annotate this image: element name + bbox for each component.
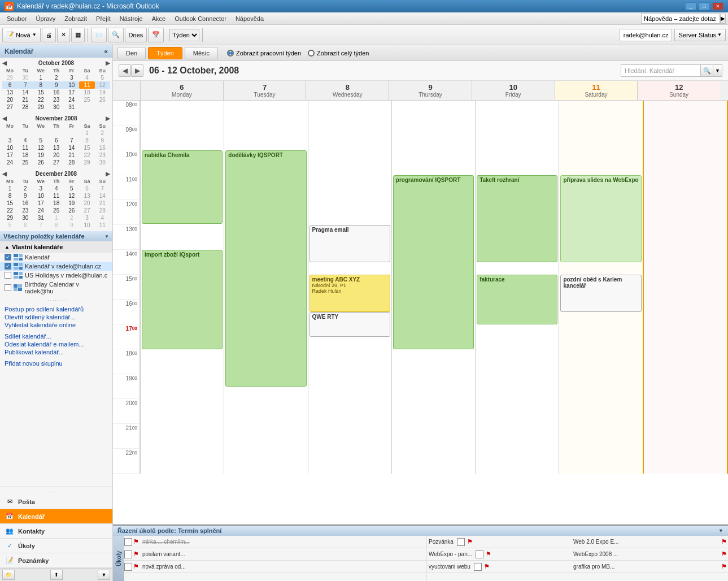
own-calendars-header[interactable]: ▲ Vlastní kalendáře [0, 241, 112, 253]
minimize-button[interactable]: _ [685, 2, 696, 10]
search-button[interactable]: 🔍 [108, 28, 124, 42]
sidebar-nav-kalendar[interactable]: 📅 Kalendář [0, 509, 112, 524]
task-row-1[interactable]: ⚑ mirka ... chemilm... [124, 536, 426, 548]
day-col-friday[interactable]: TakeIt rozhraní fakturace [475, 101, 559, 474]
cal-day[interactable]: 6 [2, 81, 18, 89]
cal-day[interactable]: 22 [2, 207, 18, 214]
calendar-search-dropdown[interactable]: ▼ [713, 65, 722, 76]
cal-day[interactable]: 23 [95, 151, 110, 159]
cal-day[interactable]: 28 [95, 207, 110, 214]
menu-prejit[interactable]: Přejít [91, 14, 115, 23]
day-col-sunday[interactable] [643, 101, 728, 474]
cal-day[interactable]: 8 [2, 192, 18, 200]
day-header-6[interactable]: 6 Monday [140, 81, 223, 100]
sidebar-folder-button[interactable]: 📁 [2, 570, 15, 580]
cal-day[interactable]: 25 [49, 207, 64, 214]
radio-full-week[interactable]: Zobrazit celý týden [308, 50, 369, 57]
day-col-wednesday[interactable]: Pragma email meeting ABC XYZ Národní 28,… [308, 101, 391, 474]
day-header-7[interactable]: 7 Tuesday [223, 81, 306, 100]
link-open-shared[interactable]: Otevřít sdílený kalendář... [5, 313, 108, 321]
day-col-thursday[interactable]: programování IQSPORT [391, 101, 475, 474]
calendar-item-3[interactable]: US Holidays v radek@hulan.c [0, 271, 112, 280]
cal-day[interactable]: 28 [18, 103, 33, 111]
cal-day[interactable]: 2 [18, 185, 33, 192]
cal-day[interactable]: 7 [95, 185, 110, 192]
cal-day[interactable]: 9 [64, 222, 79, 229]
cal-day[interactable]: 10 [33, 192, 49, 200]
cal-day[interactable]: 11 [95, 222, 110, 229]
cal-day[interactable]: 10 [64, 81, 79, 89]
menu-soubor[interactable]: Soubor [2, 14, 31, 23]
cal-day[interactable]: 31 [33, 214, 49, 222]
event-fakturace[interactable]: fakturace [477, 275, 557, 324]
cal-day[interactable]: 1 [79, 129, 94, 137]
close-button[interactable]: ✕ [712, 2, 723, 10]
cal-day[interactable]: 5 [64, 185, 79, 192]
task-check-r2[interactable] [476, 550, 483, 558]
calendar-item-4[interactable]: Birthday Calendar v radek@hu [0, 280, 112, 296]
cal-day[interactable]: 4 [79, 74, 94, 81]
cal-day[interactable]: 29 [2, 214, 18, 222]
calendar-item-1[interactable]: ✓ Kalendář [0, 253, 112, 262]
task-row-3[interactable]: ⚑ nová zpráva od... [124, 561, 426, 573]
cal-day[interactable]: 15 [33, 89, 49, 96]
event-qwe-rty[interactable]: QWE RTY [309, 312, 390, 337]
tab-mesic[interactable]: Měsíc [185, 47, 218, 59]
cal-day[interactable]: 22 [33, 96, 49, 103]
day-header-12[interactable]: 12 Sunday [637, 81, 720, 100]
cal-day[interactable]: 9 [95, 137, 110, 144]
cal-day[interactable]: 4 [95, 214, 110, 222]
prev-week-button[interactable]: ◀ [119, 64, 131, 77]
cal-day[interactable]: 6 [18, 222, 33, 229]
cal-day[interactable]: 16 [18, 200, 33, 207]
calendar-search-input[interactable] [621, 67, 700, 74]
task-check-2[interactable] [124, 550, 132, 558]
cal-day[interactable]: 21 [64, 151, 79, 159]
cal-day[interactable]: 2 [49, 74, 64, 81]
cal-day[interactable]: 3 [33, 185, 49, 192]
sidebar-nav-ukoly[interactable]: ✓ Úkoly [0, 539, 112, 553]
cal-day[interactable]: 7 [64, 137, 79, 144]
sidebar-shortcuts-button[interactable]: ⬆ [50, 570, 63, 580]
event-nabidka-chemila[interactable]: nabídka Chemila [142, 150, 223, 224]
cal-day[interactable]: 27 [49, 159, 64, 166]
view-dropdown[interactable]: Týden [169, 29, 199, 41]
cal-day[interactable]: 2 [64, 214, 79, 222]
cal-day[interactable]: 22 [79, 151, 94, 159]
day-header-11[interactable]: 11 Saturday [555, 81, 638, 100]
cal-day[interactable]: 2 [95, 129, 110, 137]
cal-day[interactable]: 25 [18, 159, 33, 166]
cal-day[interactable]: 18 [49, 200, 64, 207]
event-takeit[interactable]: TakeIt rozhraní [477, 175, 557, 262]
cal-day[interactable]: 14 [95, 192, 110, 200]
cal-today[interactable]: 11 [79, 81, 94, 89]
cal-day[interactable]: 7 [33, 222, 49, 229]
calendar-checkbox-1[interactable]: ✓ [5, 254, 11, 261]
cal-day[interactable]: 3 [79, 214, 94, 222]
day-header-9[interactable]: 9 Thursday [389, 81, 472, 100]
cal-day[interactable]: 27 [2, 103, 18, 111]
event-pozd-obed[interactable]: pozdní oběd s Karlem kancelář [560, 275, 641, 312]
cal-day[interactable]: 12 [64, 192, 79, 200]
tab-tyden[interactable]: Týden [148, 47, 182, 59]
sidebar-nav-kontakty[interactable]: 👥 Kontakty [0, 524, 112, 539]
cal-day[interactable]: 10 [79, 222, 94, 229]
cal-day[interactable]: 7 [18, 81, 33, 89]
cal-day[interactable]: 18 [79, 89, 94, 96]
radio-work-week[interactable]: Zobrazit pracovní týden [227, 50, 301, 57]
cal-day[interactable]: 1 [49, 214, 64, 222]
cal-day[interactable]: 6 [49, 137, 64, 144]
cal-day[interactable]: 15 [79, 144, 94, 151]
cal-day[interactable]: 20 [49, 151, 64, 159]
cal-day[interactable]: 5 [33, 137, 49, 144]
cal-day[interactable]: 9 [18, 192, 33, 200]
cal-day[interactable]: 31 [64, 103, 79, 111]
calendar-item-2[interactable]: ✓ Kalendář v radek@hulan.cz [0, 262, 112, 271]
cal-day[interactable]: 24 [33, 207, 49, 214]
dec-prev-button[interactable]: ◀ [2, 171, 7, 177]
calendar-checkbox-4[interactable] [5, 284, 11, 291]
cal-day[interactable]: 13 [79, 192, 94, 200]
day-col-tuesday[interactable]: dodělávky IQSPORT [224, 101, 307, 474]
link-share[interactable]: Sdílet kalendář... [5, 332, 108, 340]
cal-day[interactable]: 12 [95, 81, 110, 89]
